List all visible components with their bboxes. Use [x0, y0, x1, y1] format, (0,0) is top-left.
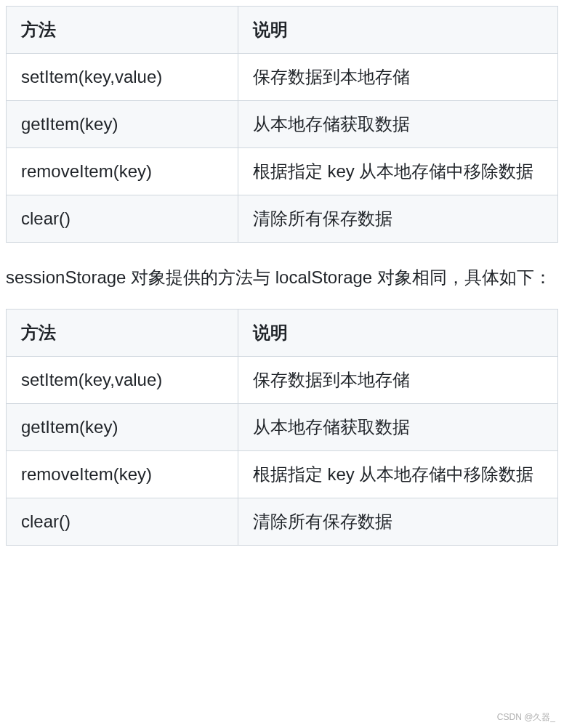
table-header-method: 方法 — [7, 309, 238, 356]
method-cell: getItem(key) — [7, 403, 238, 450]
desc-cell: 根据指定 key 从本地存储中移除数据 — [238, 148, 557, 195]
desc-cell: 清除所有保存数据 — [238, 195, 557, 243]
table-header-row: 方法 说明 — [7, 7, 558, 54]
table-row: clear() 清除所有保存数据 — [7, 498, 558, 545]
table-header-desc: 说明 — [238, 7, 557, 54]
table-row: clear() 清除所有保存数据 — [7, 195, 558, 243]
method-cell: removeItem(key) — [7, 148, 238, 195]
localstorage-methods-table: 方法 说明 setItem(key,value) 保存数据到本地存储 getIt… — [6, 6, 558, 243]
desc-cell: 从本地存储获取数据 — [238, 403, 557, 450]
table-row: removeItem(key) 根据指定 key 从本地存储中移除数据 — [7, 148, 558, 195]
table-row: getItem(key) 从本地存储获取数据 — [7, 101, 558, 148]
desc-cell: 保存数据到本地存储 — [238, 54, 557, 101]
desc-cell: 保存数据到本地存储 — [238, 356, 557, 403]
method-cell: setItem(key,value) — [7, 356, 238, 403]
method-cell: removeItem(key) — [7, 450, 238, 498]
table-row: setItem(key,value) 保存数据到本地存储 — [7, 54, 558, 101]
table-header-method: 方法 — [7, 7, 238, 54]
table-header-desc: 说明 — [238, 309, 557, 356]
sessionstorage-methods-table: 方法 说明 setItem(key,value) 保存数据到本地存储 getIt… — [6, 309, 558, 546]
method-cell: clear() — [7, 498, 238, 545]
table-row: getItem(key) 从本地存储获取数据 — [7, 403, 558, 450]
method-cell: getItem(key) — [7, 101, 238, 148]
desc-cell: 从本地存储获取数据 — [238, 101, 557, 148]
method-cell: clear() — [7, 195, 238, 243]
desc-cell: 清除所有保存数据 — [238, 498, 557, 545]
paragraph-sessionstorage-intro: sessionStorage 对象提供的方法与 localStorage 对象相… — [6, 263, 558, 293]
table-header-row: 方法 说明 — [7, 309, 558, 356]
method-cell: setItem(key,value) — [7, 54, 238, 101]
table-row: removeItem(key) 根据指定 key 从本地存储中移除数据 — [7, 450, 558, 498]
desc-cell: 根据指定 key 从本地存储中移除数据 — [238, 450, 557, 498]
table-row: setItem(key,value) 保存数据到本地存储 — [7, 356, 558, 403]
